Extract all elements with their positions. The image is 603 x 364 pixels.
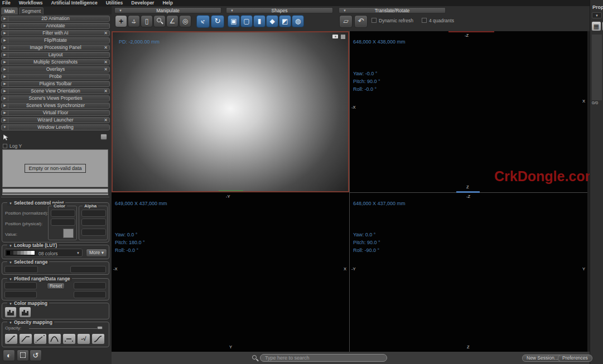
chevron-down-icon[interactable]: ▼	[343, 8, 346, 13]
opacity-slider-handle[interactable]	[97, 326, 103, 329]
crosshair-tool-icon[interactable]: +	[115, 15, 127, 27]
s-curve-icon[interactable]	[91, 333, 105, 344]
sidebar-item-window-leveling[interactable]: ▼Window Leveling	[1, 124, 110, 130]
chevron-right-icon[interactable]: ▶	[2, 31, 8, 36]
close-icon[interactable]: ✕	[104, 118, 108, 123]
sidebar-item-scene-view-orientation[interactable]: ▶Scene View Orientation✕	[1, 88, 110, 94]
bell-curve-icon[interactable]	[48, 333, 61, 344]
chevron-down-icon[interactable]: ▼	[230, 8, 234, 13]
undo-rotate-icon[interactable]: ↶	[354, 15, 368, 28]
translate-rotate-toolbar-header[interactable]: ▼ Translate/Rotate	[339, 7, 446, 13]
color-position-physical-field[interactable]	[51, 219, 75, 226]
chevron-right-icon[interactable]: ▶	[2, 52, 8, 57]
rotate-plane-icon[interactable]: ▱	[339, 15, 353, 28]
cursor-arrow-icon[interactable]	[3, 134, 9, 141]
cylinder-shape-icon[interactable]: ▮	[253, 15, 266, 27]
sidebar-item-filter-with-ai[interactable]: ▶Filter with AI✕	[1, 30, 110, 36]
opacity-slider-track[interactable]	[29, 328, 103, 329]
chevron-down-icon[interactable]: ▼	[119, 8, 122, 13]
menu-developer[interactable]: Developer	[131, 0, 154, 6]
shapes-toolbar-header[interactable]: ▼ Shapes	[226, 7, 333, 13]
chevron-right-icon[interactable]: ▶	[2, 16, 8, 21]
chevron-right-icon[interactable]: ▶	[2, 60, 8, 65]
menu-artificial-intelligence[interactable]: Artificial Intelligence	[51, 0, 97, 6]
chevron-down-icon[interactable]: ▼	[9, 244, 12, 247]
selected-range-max-field[interactable]	[70, 266, 106, 273]
plotted-range-min-field[interactable]	[4, 282, 37, 289]
histogram-color-icon[interactable]	[4, 307, 17, 318]
chevron-right-icon[interactable]: ▶	[2, 118, 8, 123]
quadrant-bottom-left[interactable]: -Y 649,000 X 437,000 mm Yaw: 0.0 ° Pitch…	[112, 193, 349, 352]
lut-select[interactable]: 08 colors ▼	[4, 249, 83, 257]
camera-icon[interactable]	[332, 35, 338, 38]
sidebar-item-wizard-launcher[interactable]: ▶Wizard Launcher✕	[1, 117, 110, 123]
manipulate-toolbar-header[interactable]: ▼ Manipulate	[114, 7, 221, 13]
sidebar-item-image-processing-panel[interactable]: ▶Image Processing Panel✕	[1, 45, 110, 51]
chevron-right-icon[interactable]: ▶	[2, 38, 8, 43]
selected-range-min-field[interactable]	[4, 266, 38, 273]
lut-more-button[interactable]: More ▾	[86, 249, 107, 257]
angle-tool-icon[interactable]: ∠	[166, 15, 179, 27]
target-tool-icon[interactable]: ◎	[179, 15, 191, 27]
fit-view-icon[interactable]: ↔↕	[196, 15, 210, 28]
sidebar-item-plugins-toolbar[interactable]: ▶Plugins Toolbar	[1, 81, 110, 87]
quadrant-top-left[interactable]: PD: -2,000.00 mm	[112, 31, 349, 192]
menu-utilities[interactable]: Utilities	[106, 0, 123, 6]
chevron-down-icon[interactable]: ▼	[9, 202, 12, 205]
reset-view-icon[interactable]: ↺	[30, 350, 42, 361]
close-icon[interactable]: ✕	[104, 89, 108, 94]
sidebar-item-probe[interactable]: ▶Probe	[1, 74, 110, 80]
close-icon[interactable]: ✕	[104, 67, 108, 72]
alpha-position-normalized-field[interactable]	[81, 210, 106, 217]
range-slider-track[interactable]	[2, 188, 108, 193]
zoom-tool-icon[interactable]	[153, 15, 166, 27]
close-icon[interactable]: ✕	[104, 60, 108, 65]
linear-ramp-icon[interactable]	[4, 333, 18, 344]
tilted-plane-shape-icon[interactable]: ◩	[279, 15, 291, 27]
cube-shape-icon[interactable]: ▣	[228, 15, 240, 27]
reset-button[interactable]: Reset	[47, 283, 65, 289]
inverse-sqrt-icon[interactable]: -√	[77, 333, 90, 344]
sphere-shape-icon[interactable]: ◍	[292, 15, 304, 27]
chevron-right-icon[interactable]: ▶	[2, 23, 8, 28]
sidebar-item-virtual-floor[interactable]: ▶Virtual Floor	[1, 110, 110, 116]
sidebar-item-multiple-screenshots[interactable]: ▶Multiple Screenshots✕	[1, 59, 110, 65]
plotted-range-max-field[interactable]	[4, 291, 37, 298]
tab-main[interactable]: Main	[1, 7, 18, 15]
plane-shape-icon[interactable]: ◆	[266, 15, 278, 27]
chevron-right-icon[interactable]: ▶	[2, 110, 8, 115]
chevron-down-icon[interactable]: ▼	[2, 125, 8, 130]
data-range-min-field[interactable]	[74, 282, 106, 289]
chevron-right-icon[interactable]: ▶	[2, 103, 8, 108]
four-quadrants-checkbox[interactable]: 4 quadrants	[422, 18, 454, 23]
clamped-ramp-icon[interactable]	[19, 333, 32, 344]
menu-file[interactable]: File	[2, 0, 11, 6]
color-position-normalized-field[interactable]	[51, 210, 75, 217]
color-swatch[interactable]	[63, 229, 74, 238]
alpha-position-physical-field[interactable]	[81, 219, 106, 226]
chevron-right-icon[interactable]: ▶	[2, 45, 8, 50]
chevron-down-icon[interactable]: ▼	[9, 278, 12, 281]
dashed-ramp-icon[interactable]	[33, 333, 47, 344]
properties-select[interactable]: ▼	[592, 12, 602, 18]
rotate-view-icon[interactable]: ↻	[211, 15, 224, 28]
close-icon[interactable]: ✕	[104, 45, 108, 50]
preferences-button[interactable]: Preferences	[558, 355, 592, 362]
capsule-shape-icon[interactable]: ▢	[240, 15, 253, 27]
tab-segment[interactable]: Segment	[19, 7, 44, 15]
alpha-value-field[interactable]	[81, 229, 106, 236]
data-range-max-field[interactable]	[74, 291, 106, 298]
checkbox-icon[interactable]	[372, 18, 377, 23]
dynamic-refresh-checkbox[interactable]: Dynamic refresh	[372, 18, 413, 23]
search-input[interactable]	[260, 354, 387, 362]
snapshot-button[interactable]	[100, 134, 107, 140]
histogram-opacity-icon[interactable]	[19, 307, 31, 318]
chevron-right-icon[interactable]: ▶	[2, 67, 8, 72]
menu-workflows[interactable]: Workflows	[19, 0, 43, 6]
sidebar-item-scenes-views-synchronizer[interactable]: ▶Scenes Views Synchronizer	[1, 103, 110, 109]
sidebar-item-overlays[interactable]: ▶Overlays✕	[1, 66, 110, 72]
page-tool-icon[interactable]: ▯	[141, 15, 153, 27]
chevron-right-icon[interactable]: ▶	[2, 81, 8, 86]
chevron-right-icon[interactable]: ▶	[2, 96, 8, 101]
chevron-right-icon[interactable]: ▶	[2, 74, 8, 79]
